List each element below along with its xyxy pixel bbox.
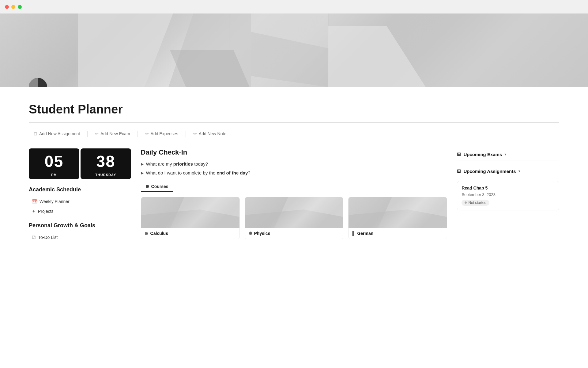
calendar-icon: 📅: [32, 199, 37, 204]
add-exam-button[interactable]: ✏ Add New Exam: [90, 129, 135, 139]
upcoming-exams-title: Upcoming Exams: [463, 152, 502, 157]
divider: [29, 122, 559, 123]
clock-minute-block: 38 THURSDAY: [81, 148, 131, 179]
tab-courses[interactable]: ⊞ Courses: [141, 182, 173, 191]
minimize-button[interactable]: [11, 5, 15, 9]
checkin-bold-1: priorities: [173, 161, 193, 167]
clock-widget: 05 PM 38 THURSDAY: [29, 148, 131, 179]
german-label: German: [357, 231, 373, 236]
checkin-bold-2: end of the day: [217, 170, 248, 175]
courses-grid: ⊞ Calculus ✺ Physics: [141, 197, 447, 239]
checkin-text-1: What are my priorities today?: [146, 161, 208, 167]
exams-chevron-icon: ▾: [504, 152, 506, 156]
main-content: Student Planner ⊟ Add New Assignment ✏ A…: [0, 87, 588, 255]
course-image-calculus: [141, 197, 239, 228]
assignment-card-title: Read Chap 5: [462, 186, 555, 190]
maximize-button[interactable]: [18, 5, 22, 9]
toolbar-divider-1: [87, 131, 88, 137]
calculus-icon: ⊞: [145, 231, 149, 236]
sidebar-item-todo[interactable]: ☑ To-Do List: [29, 232, 131, 242]
assignments-chevron-icon: ▾: [518, 169, 520, 173]
course-footer-physics: ✺ Physics: [245, 228, 343, 239]
course-card-calculus[interactable]: ⊞ Calculus: [141, 197, 240, 239]
course-card-german[interactable]: ▌ German: [348, 197, 447, 239]
checkin-title: Daily Check-In: [141, 148, 447, 156]
right-sidebar: ⊞ Upcoming Exams ▾ ⊞ Upcoming Assignment…: [457, 148, 559, 215]
page-title: Student Planner: [29, 102, 559, 116]
checkin-text-before-1: What are my: [146, 161, 173, 167]
clock-period: PM: [29, 172, 79, 179]
clock-hour: 05: [29, 148, 79, 172]
checkin-text-2: What do I want to complete by the end of…: [146, 170, 251, 175]
add-assignment-button[interactable]: ⊟ Add New Assignment: [29, 129, 85, 139]
exam-icon: ✏: [95, 131, 99, 136]
upcoming-assignments-section: ⊞ Upcoming Assignments ▾ Read Chap 5 Sep…: [457, 165, 559, 210]
status-label: Not started: [468, 201, 486, 205]
left-sidebar: 05 PM 38 THURSDAY Academic Schedule 📅 We…: [29, 148, 131, 242]
todo-icon: ☑: [32, 235, 36, 240]
hero-banner: [0, 13, 588, 87]
assignment-card-date: September 3, 2023: [462, 192, 555, 197]
projects-label: Projects: [38, 209, 54, 214]
assignment-card[interactable]: Read Chap 5 September 3, 2023 Not starte…: [457, 181, 559, 210]
personal-growth-title: Personal Growth & Goals: [29, 222, 131, 229]
physics-label: Physics: [254, 231, 270, 236]
projects-icon: ✦: [32, 209, 36, 214]
course-image-physics: [245, 197, 343, 228]
upcoming-assignments-title: Upcoming Assignments: [463, 169, 516, 174]
status-dot-icon: [465, 201, 467, 204]
german-icon: ▌: [352, 231, 355, 236]
exams-grid-icon: ⊞: [457, 151, 461, 157]
todo-label: To-Do List: [38, 235, 58, 240]
add-expenses-button[interactable]: ✏ Add Expenses: [140, 129, 183, 139]
checkin-text-before-2: What do I want to complete by the: [146, 170, 217, 175]
checkin-text-after-2: ?: [248, 170, 250, 175]
course-image-german: [349, 197, 447, 228]
checkin-item-2: ▶ What do I want to complete by the end …: [141, 170, 447, 175]
status-badge: Not started: [462, 200, 489, 206]
sidebar-item-weekly-planner[interactable]: 📅 Weekly Planner: [29, 197, 131, 206]
expenses-icon: ✏: [145, 131, 149, 136]
checkin-text-after-1: today?: [193, 161, 208, 167]
calculus-label: Calculus: [150, 231, 168, 236]
hero-shapes: [0, 13, 588, 87]
middle-content: Daily Check-In ▶ What are my priorities …: [141, 148, 447, 239]
add-note-button[interactable]: ✏ Add New Note: [188, 129, 231, 139]
clock-day: THURSDAY: [81, 172, 131, 179]
assignments-grid-icon: ⊞: [457, 168, 461, 174]
course-footer-german: ▌ German: [349, 228, 447, 239]
clock-minute: 38: [81, 148, 131, 172]
courses-tab-label: Courses: [151, 184, 168, 189]
assignment-icon: ⊟: [34, 131, 37, 136]
toolbar-divider-3: [186, 131, 186, 137]
titlebar: [0, 0, 588, 13]
arrow-icon-2: ▶: [141, 171, 144, 175]
weekly-planner-label: Weekly Planner: [40, 199, 70, 204]
close-button[interactable]: [5, 5, 9, 9]
courses-tabs: ⊞ Courses: [141, 182, 173, 192]
note-icon: ✏: [193, 131, 197, 136]
clock-hour-block: 05 PM: [29, 148, 79, 179]
sidebar-item-projects[interactable]: ✦ Projects: [29, 206, 131, 216]
course-card-physics[interactable]: ✺ Physics: [245, 197, 344, 239]
toolbar: ⊟ Add New Assignment ✏ Add New Exam ✏ Ad…: [29, 129, 559, 139]
checkin-item-1: ▶ What are my priorities today?: [141, 161, 447, 167]
upcoming-assignments-header[interactable]: ⊞ Upcoming Assignments ▾: [457, 165, 559, 177]
academic-schedule-title: Academic Schedule: [29, 186, 131, 193]
physics-icon: ✺: [249, 231, 252, 236]
arrow-icon-1: ▶: [141, 162, 144, 166]
upcoming-exams-header[interactable]: ⊞ Upcoming Exams ▾: [457, 148, 559, 160]
upcoming-exams-section: ⊞ Upcoming Exams ▾: [457, 148, 559, 160]
courses-tab-icon: ⊞: [146, 184, 149, 189]
layout: 05 PM 38 THURSDAY Academic Schedule 📅 We…: [29, 148, 559, 242]
toolbar-divider-2: [138, 131, 138, 137]
course-footer-calculus: ⊞ Calculus: [141, 228, 239, 239]
